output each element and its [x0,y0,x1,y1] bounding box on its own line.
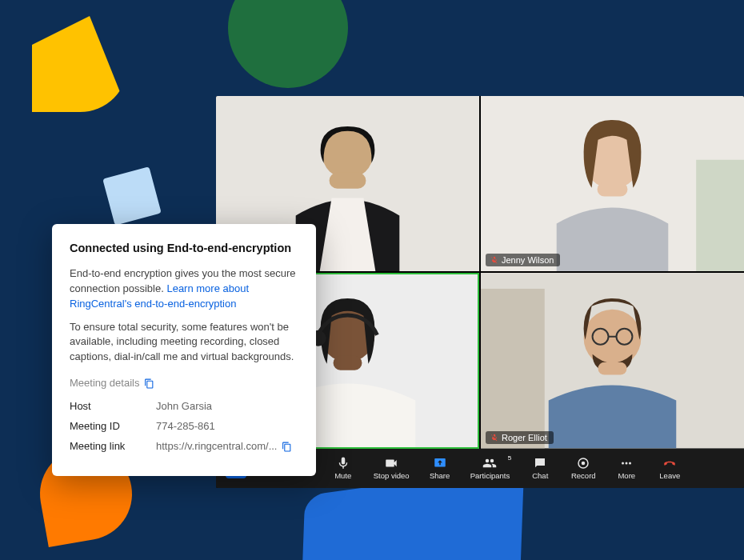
popup-paragraph-1: End-to-end encryption gives you the most… [70,266,298,312]
meeting-id-value: 774-285-861 [156,419,298,434]
video-tile-2[interactable]: Jenny Wilson [481,96,744,271]
meeting-id-row: Meeting ID 774-285-861 [70,419,298,434]
encryption-info-popup: Connected using End-to-end-encryption En… [52,224,316,476]
record-icon [576,456,590,470]
svg-point-20 [622,462,624,465]
host-row: Host John Garsia [70,399,298,414]
stop-video-button[interactable]: Stop video [367,453,416,483]
svg-rect-12 [481,289,545,448]
meeting-link-label: Meeting link [70,439,156,454]
popup-title: Connected using End-to-end-encryption [70,240,298,257]
stop-video-label: Stop video [374,471,410,480]
mute-label: Mute [334,471,351,480]
svg-point-21 [626,462,628,465]
participants-count-badge: 5 [508,454,511,462]
decor-yellow-wedge [32,16,128,112]
meeting-link-row: Meeting link https://v.ringcentral.com/.… [70,439,298,454]
copy-icon [144,378,154,389]
svg-rect-9 [334,356,362,370]
participant-name-4: Roger Elliot [502,433,547,442]
participant-name-2: Jenny Wilson [502,255,554,265]
share-button[interactable]: Share [421,453,459,483]
participant-video-2 [481,96,744,271]
share-label: Share [430,471,450,480]
mic-muted-icon [490,434,498,442]
svg-point-19 [582,462,586,466]
decor-lightblue-square [102,166,161,225]
mute-button[interactable]: Mute [324,453,362,483]
participants-button[interactable]: 5 Participants [464,453,517,483]
svg-point-22 [629,462,631,465]
svg-rect-17 [598,362,627,375]
video-tile-4[interactable]: Roger Elliot [481,273,744,448]
chat-label: Chat [532,471,548,480]
mic-muted-icon [490,256,498,264]
copy-link-button[interactable] [282,442,292,452]
leave-label: Leave [659,471,680,480]
meeting-id-label: Meeting ID [70,419,156,434]
record-button[interactable]: Record [564,453,602,483]
chat-icon [533,456,547,470]
host-label: Host [70,399,156,414]
share-screen-icon [433,456,447,470]
hangup-icon [662,456,677,470]
meeting-link-value: https://v.ringcentral.com/... [156,439,277,454]
decor-green-circle [228,0,348,88]
leave-button[interactable]: Leave [650,453,689,483]
name-tag-4: Roger Elliot [486,431,554,444]
participants-label: Participants [470,471,510,480]
microphone-icon [336,456,350,470]
svg-rect-6 [598,182,628,197]
participant-video-4 [481,273,744,448]
record-label: Record [571,471,596,480]
chat-button[interactable]: Chat [521,453,559,483]
host-value: John Garsia [156,399,298,414]
more-label: More [618,471,635,480]
more-button[interactable]: More [607,453,646,483]
participants-icon [482,456,497,470]
popup-paragraph-2: To ensure total security, some features … [70,320,298,366]
svg-rect-2 [330,173,366,189]
camera-icon [384,456,398,470]
svg-rect-4 [696,160,744,272]
meeting-details-header[interactable]: Meeting details [70,376,298,391]
name-tag-2: Jenny Wilson [486,254,560,266]
more-dots-icon [619,456,634,470]
